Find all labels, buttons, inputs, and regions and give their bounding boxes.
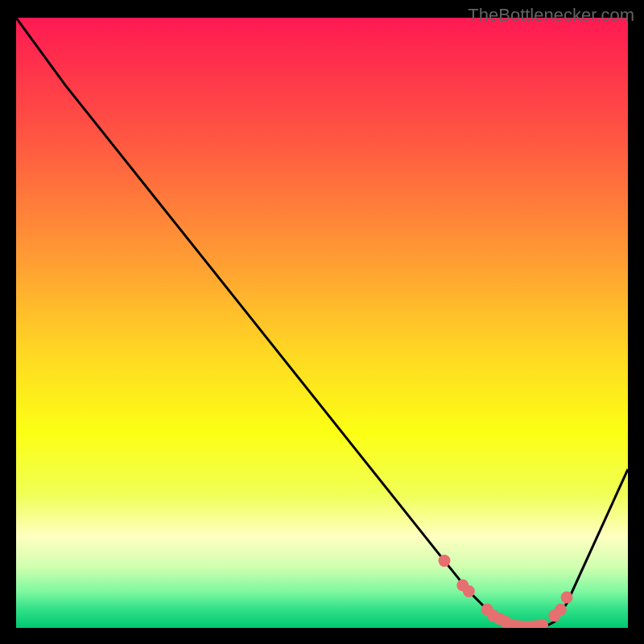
svg-point-3 bbox=[463, 585, 475, 597]
chart-area bbox=[16, 18, 628, 628]
scatter-dots bbox=[16, 18, 628, 628]
watermark-text: TheBottlenecker.com bbox=[468, 5, 634, 26]
svg-point-13 bbox=[536, 619, 548, 628]
svg-point-16 bbox=[561, 592, 573, 604]
svg-point-1 bbox=[439, 555, 451, 567]
svg-point-15 bbox=[555, 604, 567, 616]
